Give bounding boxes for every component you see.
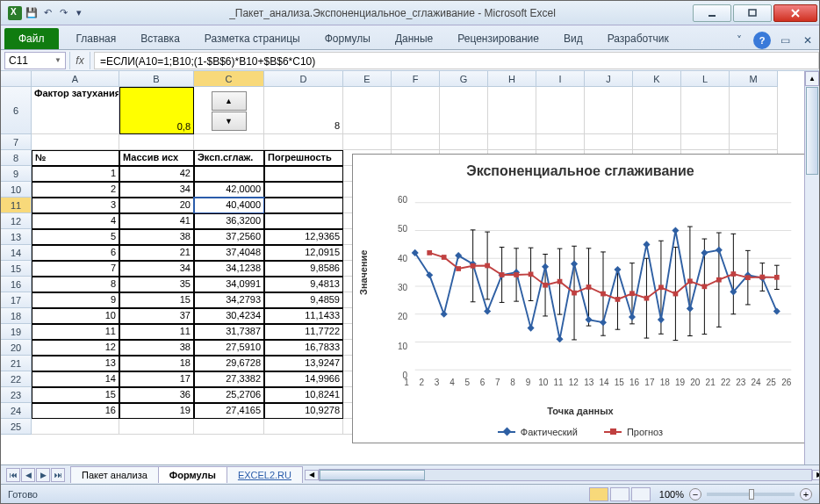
cell-C16[interactable]: 34,0991 <box>194 277 264 292</box>
close-button[interactable] <box>773 4 817 22</box>
cell-B9[interactable]: 42 <box>119 166 194 182</box>
formula-input[interactable]: =ЕСЛИ(A10=1;B10;(1-$B$6)*B10+$B$6*C10) <box>94 52 819 69</box>
col-header-K[interactable]: K <box>633 71 681 87</box>
cell-A23[interactable]: 15 <box>32 387 119 403</box>
insert-function-button[interactable]: fx <box>69 52 90 69</box>
cell-C23[interactable]: 25,2706 <box>194 387 264 403</box>
cell-D19[interactable]: 11,7722 <box>264 324 343 340</box>
cell-7-12[interactable] <box>730 134 778 150</box>
cell-D8[interactable]: Погрешность <box>264 150 343 166</box>
name-box-dropdown-icon[interactable]: ▼ <box>54 56 61 64</box>
cell-B18[interactable]: 37 <box>119 308 194 324</box>
view-normal-button[interactable] <box>589 487 608 501</box>
zoom-in-button[interactable]: + <box>800 488 812 500</box>
cell-D11[interactable] <box>264 198 343 213</box>
sheet-tab-1[interactable]: Формулы <box>158 466 227 483</box>
cell-A17[interactable]: 9 <box>32 292 119 308</box>
redo-icon[interactable]: ↷ <box>57 7 69 19</box>
col-header-B[interactable]: B <box>119 71 194 87</box>
workbook-restore-icon[interactable]: ▭ <box>776 32 794 49</box>
col-header-H[interactable]: H <box>488 71 536 87</box>
row-header-18[interactable]: 18 <box>1 308 32 324</box>
col-header-G[interactable]: G <box>440 71 488 87</box>
hscroll-thumb[interactable] <box>320 470 425 480</box>
cell-A13[interactable]: 5 <box>32 229 119 245</box>
cell-7-4[interactable] <box>343 134 392 150</box>
zoom-slider[interactable] <box>707 493 795 496</box>
cell-A9[interactable]: 1 <box>32 166 119 182</box>
cell-A12[interactable]: 4 <box>32 213 119 229</box>
workbook-close-icon[interactable]: ✕ <box>799 32 816 49</box>
row-header-11[interactable]: 11 <box>1 198 32 213</box>
cell-C19[interactable]: 31,7387 <box>194 324 264 340</box>
name-box[interactable]: C11 ▼ <box>4 52 66 69</box>
cell-D12[interactable] <box>264 213 343 229</box>
worksheet-grid[interactable]: ABCDEFGHIJKLM 6Фактор затухания (0;1]0,8… <box>1 71 819 482</box>
row-header-7[interactable]: 7 <box>1 134 32 150</box>
cell-B24[interactable]: 19 <box>119 403 194 419</box>
cell-A10[interactable]: 2 <box>32 182 119 198</box>
cell-C9[interactable] <box>194 166 264 182</box>
cell-C13[interactable]: 37,2560 <box>194 229 264 245</box>
cell-D13[interactable]: 12,9365 <box>264 229 343 245</box>
cell-C15[interactable]: 34,1238 <box>194 261 264 277</box>
cell-C14[interactable]: 37,4048 <box>194 245 264 261</box>
sheet-tab-2[interactable]: EXCEL2.RU <box>227 466 303 483</box>
cell-D16[interactable]: 9,4813 <box>264 277 343 292</box>
cell-6-4[interactable] <box>343 87 392 134</box>
cell-D24[interactable]: 10,9278 <box>264 403 343 419</box>
row-header-15[interactable]: 15 <box>1 261 32 277</box>
cell-A20[interactable]: 12 <box>32 340 119 356</box>
tab-insert[interactable]: Вставка <box>128 28 192 49</box>
tab-home[interactable]: Главная <box>64 28 129 49</box>
cell-D14[interactable]: 12,0915 <box>264 245 343 261</box>
row-header-9[interactable]: 9 <box>1 166 32 182</box>
minimize-button[interactable] <box>693 4 731 22</box>
spinner-up-button[interactable]: ▲ <box>212 91 247 111</box>
cell-B16[interactable]: 35 <box>119 277 194 292</box>
cell-C24[interactable]: 27,4165 <box>194 403 264 419</box>
cell-7-6[interactable] <box>440 134 488 150</box>
cell-D15[interactable]: 9,8586 <box>264 261 343 277</box>
cell-B6[interactable]: 0,8 <box>119 87 194 134</box>
cell-B20[interactable]: 38 <box>119 340 194 356</box>
row-header-13[interactable]: 13 <box>1 229 32 245</box>
help-icon[interactable]: ? <box>753 32 771 49</box>
cell-A18[interactable]: 10 <box>32 308 119 324</box>
tab-layout[interactable]: Разметка страницы <box>192 28 313 49</box>
cell-7-5[interactable] <box>392 134 440 150</box>
spinner-down-button[interactable]: ▼ <box>212 112 247 131</box>
cell-25-2[interactable] <box>194 419 264 435</box>
row-header-17[interactable]: 17 <box>1 292 32 308</box>
cell-7-7[interactable] <box>488 134 536 150</box>
chart[interactable]: Экспоненциальное сглаживание Значение 01… <box>352 154 809 443</box>
vertical-scrollbar[interactable]: ▲ ▼ <box>804 71 819 482</box>
maximize-button[interactable] <box>733 4 772 22</box>
col-header-F[interactable]: F <box>392 71 440 87</box>
cell-B17[interactable]: 15 <box>119 292 194 308</box>
cell-6-10[interactable] <box>633 87 681 134</box>
cell-B8[interactable]: Массив исх <box>119 150 194 166</box>
cell-C17[interactable]: 34,2793 <box>194 292 264 308</box>
cell-A8[interactable]: № <box>32 150 119 166</box>
cell-C20[interactable]: 27,5910 <box>194 340 264 356</box>
row-header-14[interactable]: 14 <box>1 245 32 261</box>
cell-D23[interactable]: 10,8241 <box>264 387 343 403</box>
cell-C11[interactable]: 40,4000 <box>194 198 264 213</box>
cell-B12[interactable]: 41 <box>119 213 194 229</box>
tab-developer[interactable]: Разработчик <box>595 28 681 49</box>
col-header-E[interactable]: E <box>343 71 392 87</box>
hscroll-left-icon[interactable]: ◀ <box>305 470 319 480</box>
col-header-M[interactable]: M <box>730 71 778 87</box>
cell-B19[interactable]: 11 <box>119 324 194 340</box>
cell-7-2[interactable] <box>194 134 264 150</box>
cell-B11[interactable]: 20 <box>119 198 194 213</box>
qat-more-icon[interactable]: ▾ <box>73 7 85 19</box>
cell-D9[interactable] <box>264 166 343 182</box>
sheet-nav-first[interactable]: ⏮ <box>6 468 20 482</box>
row-header-19[interactable]: 19 <box>1 324 32 340</box>
tab-data[interactable]: Данные <box>383 28 445 49</box>
col-header-C[interactable]: C <box>194 71 264 87</box>
row-header-12[interactable]: 12 <box>1 213 32 229</box>
cell-A15[interactable]: 7 <box>32 261 119 277</box>
